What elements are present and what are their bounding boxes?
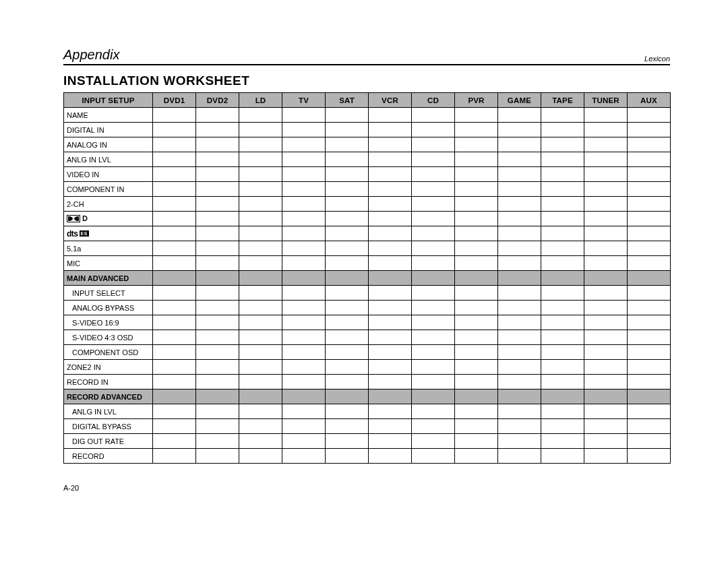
table-row: DIGITAL BYPASS bbox=[64, 419, 671, 434]
cell bbox=[153, 197, 196, 212]
cell bbox=[498, 241, 541, 256]
cell bbox=[369, 434, 412, 449]
cell bbox=[498, 301, 541, 315]
cell bbox=[412, 182, 455, 197]
table-row: S-VIDEO 4:3 OSD bbox=[64, 330, 671, 345]
cell bbox=[239, 152, 282, 167]
cell bbox=[196, 449, 239, 464]
table-row: RECORD ADVANCED bbox=[64, 389, 671, 404]
cell bbox=[628, 315, 671, 330]
cell bbox=[326, 404, 369, 419]
cell bbox=[498, 152, 541, 167]
cell bbox=[455, 137, 498, 152]
cell bbox=[369, 226, 412, 241]
row-label: RECORD IN bbox=[64, 375, 153, 389]
row-label: RECORD bbox=[64, 449, 153, 464]
cell bbox=[541, 226, 584, 241]
cell bbox=[455, 271, 498, 286]
cell bbox=[498, 404, 541, 419]
cell bbox=[196, 434, 239, 449]
cell bbox=[196, 226, 239, 241]
table-row: 2-CH bbox=[64, 197, 671, 212]
cell bbox=[455, 197, 498, 212]
cell bbox=[498, 449, 541, 464]
cell bbox=[153, 330, 196, 345]
cell bbox=[369, 241, 412, 256]
header-col: GAME bbox=[498, 93, 541, 108]
cell bbox=[239, 256, 282, 271]
brand-name: Lexicon bbox=[644, 55, 670, 63]
table-row: 5.1a bbox=[64, 241, 671, 256]
cell bbox=[326, 137, 369, 152]
row-label: MAIN ADVANCED bbox=[64, 271, 153, 286]
cell bbox=[369, 345, 412, 360]
cell bbox=[239, 197, 282, 212]
cell bbox=[326, 345, 369, 360]
cell bbox=[584, 152, 628, 167]
cell bbox=[369, 256, 412, 271]
table-row: D bbox=[64, 212, 671, 226]
cell bbox=[498, 286, 541, 301]
row-label: ANLG IN LVL bbox=[64, 404, 153, 419]
cell bbox=[455, 449, 498, 464]
cell bbox=[369, 404, 412, 419]
cell bbox=[326, 330, 369, 345]
cell bbox=[412, 241, 455, 256]
cell bbox=[584, 271, 628, 286]
cell bbox=[196, 389, 239, 404]
cell bbox=[326, 197, 369, 212]
cell bbox=[282, 137, 326, 152]
cell bbox=[412, 419, 455, 434]
cell bbox=[369, 167, 412, 182]
cell bbox=[498, 212, 541, 226]
page-title: INSTALLATION WORKSHEET bbox=[63, 73, 670, 88]
cell bbox=[541, 123, 584, 137]
header-col: TUNER bbox=[584, 93, 628, 108]
cell bbox=[153, 123, 196, 137]
cell bbox=[282, 419, 326, 434]
table-row: NAME bbox=[64, 108, 671, 123]
cell bbox=[282, 360, 326, 375]
row-label: dtsES bbox=[64, 226, 153, 241]
cell bbox=[239, 271, 282, 286]
cell bbox=[153, 360, 196, 375]
header-col: TV bbox=[282, 93, 326, 108]
cell bbox=[584, 256, 628, 271]
cell bbox=[153, 301, 196, 315]
cell bbox=[584, 182, 628, 197]
cell bbox=[498, 315, 541, 330]
cell bbox=[239, 434, 282, 449]
cell bbox=[455, 241, 498, 256]
cell bbox=[628, 167, 671, 182]
cell bbox=[541, 108, 584, 123]
cell bbox=[196, 212, 239, 226]
cell bbox=[412, 197, 455, 212]
cell bbox=[282, 108, 326, 123]
cell bbox=[153, 212, 196, 226]
cell bbox=[326, 375, 369, 389]
cell bbox=[239, 404, 282, 419]
cell bbox=[628, 375, 671, 389]
cell bbox=[326, 419, 369, 434]
cell bbox=[326, 123, 369, 137]
cell bbox=[498, 389, 541, 404]
cell bbox=[584, 404, 628, 419]
cell bbox=[239, 286, 282, 301]
cell bbox=[412, 271, 455, 286]
cell bbox=[628, 301, 671, 315]
header-col: DVD1 bbox=[153, 93, 196, 108]
table-row: RECORD bbox=[64, 449, 671, 464]
cell bbox=[498, 197, 541, 212]
cell bbox=[196, 360, 239, 375]
cell bbox=[498, 137, 541, 152]
row-label: DIGITAL IN bbox=[64, 123, 153, 137]
cell bbox=[153, 389, 196, 404]
cell bbox=[196, 108, 239, 123]
cell bbox=[282, 375, 326, 389]
cell bbox=[584, 315, 628, 330]
cell bbox=[369, 137, 412, 152]
cell bbox=[584, 434, 628, 449]
cell bbox=[412, 449, 455, 464]
cell bbox=[153, 345, 196, 360]
cell bbox=[153, 241, 196, 256]
